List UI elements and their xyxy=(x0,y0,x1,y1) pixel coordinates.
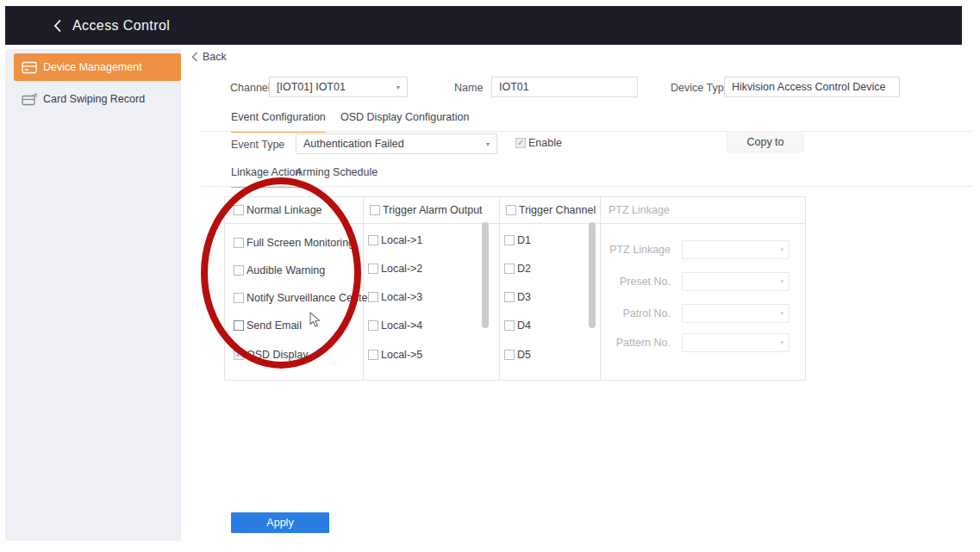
patrol-no-select[interactable]: ▾ xyxy=(682,304,790,323)
divider xyxy=(198,131,972,132)
enable-checkbox-group: Enable xyxy=(515,137,562,149)
local-5-checkbox[interactable] xyxy=(368,350,378,360)
channel-label: Channel xyxy=(230,82,271,94)
back-chevron-icon[interactable] xyxy=(53,19,62,33)
app-header: Access Control xyxy=(5,6,962,45)
chevron-down-icon: ▾ xyxy=(481,140,490,148)
scrollbar[interactable] xyxy=(589,222,596,328)
osd-display-checkbox[interactable] xyxy=(234,350,244,360)
option-label: OSD Display xyxy=(247,349,309,361)
scrollbar[interactable] xyxy=(482,222,489,328)
audible-warning-checkbox[interactable] xyxy=(234,265,244,276)
device-type-input[interactable]: Hikvision Access Control Device xyxy=(724,77,900,97)
trigger-channel-checkbox[interactable] xyxy=(506,205,516,215)
sidebar-item-card-swiping-record[interactable]: Card Swiping Record xyxy=(14,85,181,113)
linkage-option-audible-warning: Audible Warning xyxy=(234,264,325,276)
column-separator xyxy=(363,197,364,380)
option-label: D4 xyxy=(517,319,531,332)
linkage-option-full-screen-monitoring: Full Screen Monitoring xyxy=(234,237,354,249)
name-input-value: IOT01 xyxy=(499,81,529,93)
trigger-channel-d2: D2 xyxy=(504,263,531,275)
chevron-down-icon: ▾ xyxy=(391,84,400,91)
chevron-down-icon: ▾ xyxy=(780,278,789,285)
name-input[interactable]: IOT01 xyxy=(491,77,638,97)
local-2-checkbox[interactable] xyxy=(368,264,378,274)
tab-arming-schedule[interactable]: Arming Schedule xyxy=(296,166,378,186)
trigger-alarm-output-checkbox[interactable] xyxy=(370,205,380,215)
sidebar-item-label: Card Swiping Record xyxy=(43,93,145,105)
alarm-output-local-5: Local->5 xyxy=(368,349,422,361)
access-control-window: Access Control Device Management Card Sw… xyxy=(0,0,980,552)
local-3-checkbox[interactable] xyxy=(368,292,378,302)
normal-linkage-header: Normal Linkage xyxy=(234,204,322,216)
d4-checkbox[interactable] xyxy=(504,320,515,331)
preset-no-select[interactable]: ▾ xyxy=(682,272,790,291)
normal-linkage-checkbox[interactable] xyxy=(234,205,244,215)
enable-checkbox[interactable] xyxy=(515,138,526,148)
channel-select-value: [IOT01] IOT01 xyxy=(277,81,346,93)
name-label: Name xyxy=(454,82,483,94)
d5-checkbox[interactable] xyxy=(504,350,515,360)
device-management-icon xyxy=(22,61,37,74)
column-separator xyxy=(600,197,601,380)
back-link-label: Back xyxy=(203,51,227,63)
tab-linkage-action[interactable]: Linkage Action xyxy=(231,166,301,188)
event-type-select[interactable]: Authentication Failed ▾ xyxy=(296,133,497,154)
tab-event-configuration[interactable]: Event Configuration xyxy=(231,111,326,133)
patrol-no-label: Patrol No. xyxy=(602,307,671,319)
enable-label: Enable xyxy=(528,137,562,149)
copy-to-button[interactable]: Copy to xyxy=(727,131,804,152)
option-label: Notify Surveillance Center xyxy=(247,292,371,304)
d2-checkbox[interactable] xyxy=(504,264,515,274)
card-swiping-record-icon xyxy=(22,93,37,106)
alarm-output-local-3: Local->3 xyxy=(368,291,422,303)
ptz-linkage-label: PTZ Linkage xyxy=(602,244,671,256)
event-type-value: Authentication Failed xyxy=(303,138,404,150)
linkage-option-send-email: Send Email xyxy=(234,319,302,332)
alarm-output-local-2: Local->2 xyxy=(368,263,422,275)
full-screen-monitoring-checkbox[interactable] xyxy=(234,238,244,248)
device-type-value: Hikvision Access Control Device xyxy=(732,81,886,93)
option-label: Local->2 xyxy=(381,263,422,275)
chevron-down-icon: ▾ xyxy=(780,246,789,253)
alarm-output-local-1: Local->1 xyxy=(368,234,422,246)
d3-checkbox[interactable] xyxy=(504,292,515,302)
ptz-linkage-select[interactable]: ▾ xyxy=(682,240,790,259)
option-label: Local->4 xyxy=(381,319,422,332)
divider xyxy=(198,186,972,187)
channel-select[interactable]: [IOT01] IOT01 ▾ xyxy=(269,77,408,97)
pattern-no-label: Pattern No. xyxy=(602,337,671,349)
notify-surveillance-center-checkbox[interactable] xyxy=(234,293,244,303)
trigger-alarm-output-header: Trigger Alarm Output xyxy=(370,204,483,216)
apply-button[interactable]: Apply xyxy=(231,512,329,533)
option-label: Full Screen Monitoring xyxy=(247,237,354,249)
d1-checkbox[interactable] xyxy=(504,235,515,245)
linkage-table: Normal Linkage Full Screen Monitoring Au… xyxy=(224,196,806,381)
ptz-linkage-header-label: PTZ Linkage xyxy=(609,204,670,216)
sidebar-item-device-management[interactable]: Device Management xyxy=(14,53,181,81)
trigger-alarm-output-header-label: Trigger Alarm Output xyxy=(383,204,483,216)
chevron-down-icon: ▾ xyxy=(780,339,789,346)
back-link[interactable]: Back xyxy=(191,51,227,63)
trigger-channel-d5: D5 xyxy=(504,349,531,361)
page-title: Access Control xyxy=(72,18,170,34)
option-label: Local->3 xyxy=(381,291,422,303)
option-label: D3 xyxy=(517,291,531,303)
header-separator xyxy=(225,223,805,224)
sidebar: Device Management Card Swiping Record xyxy=(5,49,181,541)
trigger-channel-d3: D3 xyxy=(504,291,531,303)
pattern-no-select[interactable]: ▾ xyxy=(682,333,790,352)
local-1-checkbox[interactable] xyxy=(368,235,378,245)
trigger-channel-d4: D4 xyxy=(504,319,531,332)
chevron-down-icon: ▾ xyxy=(780,310,789,317)
send-email-checkbox[interactable] xyxy=(234,320,244,331)
option-label: D2 xyxy=(517,263,531,275)
sidebar-item-label: Device Management xyxy=(43,61,142,73)
option-label: Send Email xyxy=(247,319,302,332)
option-label: D1 xyxy=(517,234,531,246)
trigger-channel-d1: D1 xyxy=(504,234,531,246)
normal-linkage-header-label: Normal Linkage xyxy=(247,204,322,216)
linkage-option-osd-display: OSD Display xyxy=(234,349,309,361)
local-4-checkbox[interactable] xyxy=(368,320,378,331)
tab-osd-display-configuration[interactable]: OSD Display Configuration xyxy=(340,111,469,131)
